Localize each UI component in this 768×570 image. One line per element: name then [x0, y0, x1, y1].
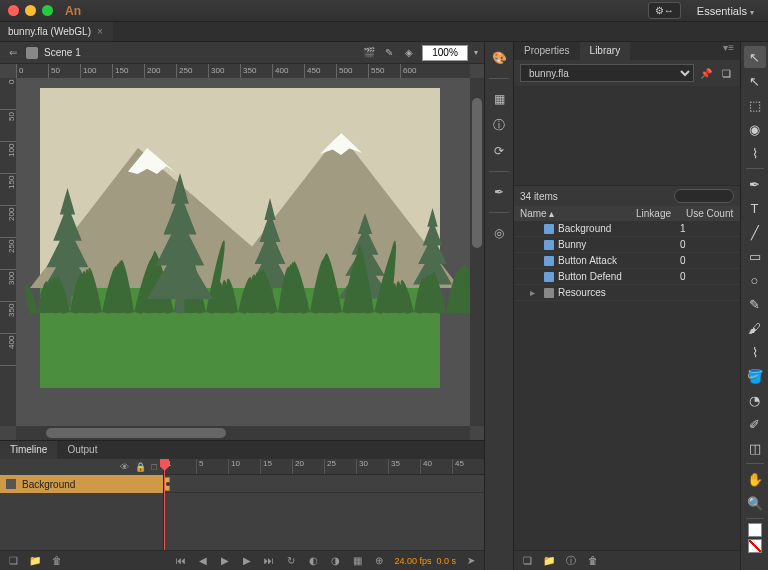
lasso-tool[interactable]: ⌇ — [744, 142, 766, 164]
stroke-color-swatch[interactable] — [748, 523, 762, 537]
visibility-icon[interactable]: 👁 — [120, 462, 129, 472]
paint-bucket-tool[interactable]: 🪣 — [744, 365, 766, 387]
zoom-dropdown-icon[interactable]: ▾ — [474, 48, 478, 57]
pen-tool[interactable]: ✒ — [744, 173, 766, 195]
movieclip-icon — [544, 240, 554, 250]
delete-layer-button[interactable]: 🗑 — [50, 554, 64, 568]
new-library-icon[interactable]: ❏ — [718, 65, 734, 81]
play-icon[interactable]: ▶ — [218, 554, 232, 568]
clapper-icon[interactable]: 🎬 — [362, 46, 376, 60]
edit-scene-icon[interactable]: ✎ — [382, 46, 396, 60]
color-panel-icon[interactable]: 🎨 — [489, 48, 509, 68]
library-item[interactable]: ▸Resources — [514, 285, 740, 301]
pencil-tool[interactable]: ✎ — [744, 293, 766, 315]
minimize-window[interactable] — [25, 5, 36, 16]
frames-area[interactable]: 151015202530354045 — [164, 459, 484, 550]
library-table: Name ▴ Linkage Use Count Background1Bunn… — [514, 206, 740, 550]
ink-bottle-tool[interactable]: ◔ — [744, 389, 766, 411]
brush-tool[interactable]: 🖌 — [744, 317, 766, 339]
library-panel: Properties Library ▾≡ bunny.fla 📌 ❏ 34 i… — [514, 42, 740, 570]
fill-color-swatch[interactable] — [748, 539, 762, 553]
tab-properties[interactable]: Properties — [514, 42, 580, 60]
free-transform-tool[interactable]: ⬚ — [744, 94, 766, 116]
selection-tool[interactable]: ↖ — [744, 46, 766, 68]
step-forward-icon[interactable]: ▶ — [240, 554, 254, 568]
delete-button[interactable]: 🗑 — [586, 554, 600, 568]
column-linkage[interactable]: Linkage — [630, 206, 680, 221]
movieclip-icon — [544, 256, 554, 266]
library-item[interactable]: Bunny0 — [514, 237, 740, 253]
layer-row[interactable]: Background — [0, 475, 163, 493]
library-file-select[interactable]: bunny.fla — [520, 64, 694, 82]
goto-last-icon[interactable]: ⏭ — [262, 554, 276, 568]
zoom-tool[interactable]: 🔍 — [744, 492, 766, 514]
step-back-icon[interactable]: ◀ — [196, 554, 210, 568]
eraser-tool[interactable]: ◫ — [744, 437, 766, 459]
maximize-window[interactable] — [42, 5, 53, 16]
eyedropper-tool[interactable]: ✐ — [744, 413, 766, 435]
scroll-thumb[interactable] — [46, 428, 226, 438]
brush-panel-icon[interactable]: ✒ — [489, 182, 509, 202]
outline-icon[interactable]: □ — [152, 462, 157, 472]
info-panel-icon[interactable]: ⓘ — [489, 115, 509, 135]
library-item[interactable]: Button Defend0 — [514, 269, 740, 285]
item-count: 34 items — [520, 191, 558, 202]
oval-tool[interactable]: ○ — [744, 269, 766, 291]
ruler-vertical: 050100150200250300350400 — [0, 78, 16, 426]
new-layer-button[interactable]: ❏ — [6, 554, 20, 568]
library-item[interactable]: Background1 — [514, 221, 740, 237]
zoom-input[interactable]: 100% — [422, 45, 468, 61]
new-symbol-button[interactable]: ❏ — [520, 554, 534, 568]
lock-icon[interactable]: 🔒 — [135, 462, 146, 472]
tab-timeline[interactable]: Timeline — [0, 441, 57, 459]
properties-button[interactable]: ⓘ — [564, 554, 578, 568]
tab-library[interactable]: Library — [580, 42, 631, 60]
column-use-count[interactable]: Use Count — [680, 206, 740, 221]
frame-row[interactable] — [164, 475, 484, 493]
symbol-icon[interactable]: ◈ — [402, 46, 416, 60]
playhead[interactable] — [164, 459, 165, 550]
library-item[interactable]: Button Attack0 — [514, 253, 740, 269]
goto-first-icon[interactable]: ⏮ — [174, 554, 188, 568]
sync-settings-button[interactable]: ⚙↔ — [648, 2, 681, 19]
frame-info: 24.00 fps 0.0 s — [394, 556, 456, 566]
3d-rotation-tool[interactable]: ◉ — [744, 118, 766, 140]
close-window[interactable] — [8, 5, 19, 16]
tab-output[interactable]: Output — [57, 441, 107, 459]
column-name[interactable]: Name ▴ — [514, 206, 630, 221]
text-tool[interactable]: T — [744, 197, 766, 219]
edit-multiple-icon[interactable]: ▦ — [350, 554, 364, 568]
bone-tool[interactable]: ⌇ — [744, 341, 766, 363]
new-folder-button[interactable]: 📁 — [542, 554, 556, 568]
close-icon[interactable]: × — [97, 26, 103, 37]
scrollbar-vertical[interactable] — [470, 78, 484, 426]
stage-canvas[interactable] — [40, 88, 440, 388]
subselection-tool[interactable]: ↖ — [744, 70, 766, 92]
onion-skin-icon[interactable]: ◐ — [306, 554, 320, 568]
grass-layer — [40, 238, 440, 313]
center-frame-icon[interactable]: ⊕ — [372, 554, 386, 568]
titlebar: An ⚙↔ Essentials ▾ — [0, 0, 768, 22]
loop-icon[interactable]: ↻ — [284, 554, 298, 568]
cc-panel-icon[interactable]: ◎ — [489, 223, 509, 243]
line-tool[interactable]: ╱ — [744, 221, 766, 243]
timeline-panel: Timeline Output 👁 🔒 □ Background 1 — [0, 440, 484, 570]
rectangle-tool[interactable]: ▭ — [744, 245, 766, 267]
back-icon[interactable]: ⇐ — [6, 46, 20, 60]
pin-icon[interactable]: 📌 — [698, 65, 714, 81]
scroll-icon[interactable]: ➤ — [464, 554, 478, 568]
panel-menu-icon[interactable]: ▾≡ — [723, 42, 740, 60]
onion-outline-icon[interactable]: ◑ — [328, 554, 342, 568]
hand-tool[interactable]: ✋ — [744, 468, 766, 490]
library-search[interactable] — [674, 189, 734, 203]
scroll-thumb[interactable] — [472, 98, 482, 248]
frame-ruler[interactable]: 151015202530354045 — [164, 459, 484, 475]
align-panel-icon[interactable]: ▦ — [489, 89, 509, 109]
new-folder-button[interactable]: 📁 — [28, 554, 42, 568]
document-tab[interactable]: bunny.fla (WebGL) × — [0, 22, 113, 41]
workspace-switcher[interactable]: Essentials ▾ — [691, 5, 760, 17]
transform-panel-icon[interactable]: ⟳ — [489, 141, 509, 161]
stage-viewport[interactable] — [16, 78, 470, 426]
scene-name[interactable]: Scene 1 — [44, 47, 81, 58]
scrollbar-horizontal[interactable] — [16, 426, 470, 440]
